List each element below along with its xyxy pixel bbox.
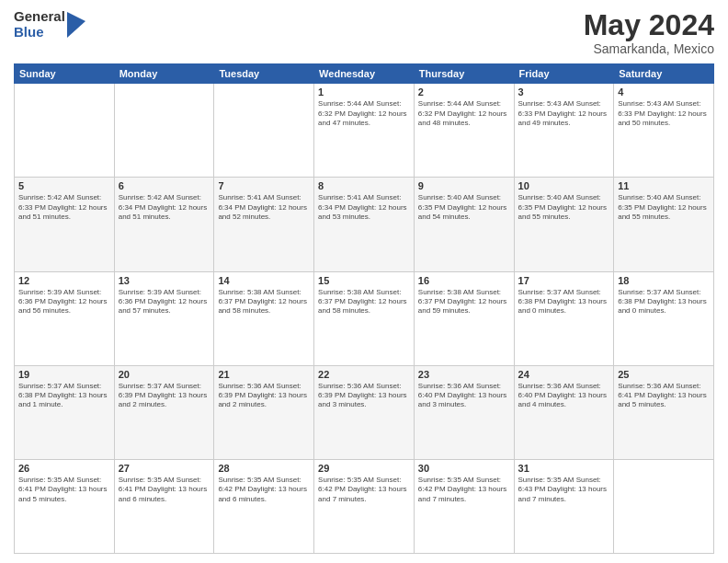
calendar-cell: 18Sunrise: 5:37 AM Sunset: 6:38 PM Dayli… [614,271,714,365]
day-info: Sunrise: 5:38 AM Sunset: 6:37 PM Dayligh… [318,288,410,316]
day-info: Sunrise: 5:36 AM Sunset: 6:41 PM Dayligh… [618,382,710,410]
day-number: 27 [119,463,210,474]
calendar-cell: 16Sunrise: 5:38 AM Sunset: 6:37 PM Dayli… [414,271,514,365]
day-number: 21 [218,369,310,380]
day-number: 11 [618,180,710,191]
calendar-cell: 13Sunrise: 5:39 AM Sunset: 6:36 PM Dayli… [114,271,214,365]
calendar-cell [114,84,214,178]
calendar-cell: 31Sunrise: 5:35 AM Sunset: 6:43 PM Dayli… [514,459,614,553]
day-number: 24 [518,369,610,380]
day-info: Sunrise: 5:37 AM Sunset: 6:38 PM Dayligh… [18,382,110,410]
day-info: Sunrise: 5:35 AM Sunset: 6:42 PM Dayligh… [418,476,510,504]
day-info: Sunrise: 5:37 AM Sunset: 6:39 PM Dayligh… [119,382,210,410]
calendar-cell: 7Sunrise: 5:41 AM Sunset: 6:34 PM Daylig… [214,178,314,271]
day-number: 16 [418,275,510,286]
header-monday: Monday [114,64,214,84]
day-number: 26 [18,463,110,474]
logo: General Blue [14,9,85,40]
page-header: General Blue May 2024 Samarkanda, Mexico [14,9,714,56]
calendar-week-row: 12Sunrise: 5:39 AM Sunset: 6:36 PM Dayli… [15,271,714,365]
calendar-cell [15,84,115,178]
calendar-cell: 17Sunrise: 5:37 AM Sunset: 6:38 PM Dayli… [514,271,614,365]
day-number: 23 [418,369,510,380]
calendar-week-row: 5Sunrise: 5:42 AM Sunset: 6:33 PM Daylig… [15,178,714,271]
calendar-cell: 5Sunrise: 5:42 AM Sunset: 6:33 PM Daylig… [15,178,115,271]
day-info: Sunrise: 5:40 AM Sunset: 6:35 PM Dayligh… [518,193,610,222]
day-info: Sunrise: 5:42 AM Sunset: 6:34 PM Dayligh… [119,193,210,222]
day-number: 15 [318,275,410,286]
calendar-cell: 30Sunrise: 5:35 AM Sunset: 6:42 PM Dayli… [414,459,514,553]
day-info: Sunrise: 5:35 AM Sunset: 6:43 PM Dayligh… [518,476,610,504]
header-sunday: Sunday [15,64,115,84]
calendar-week-row: 19Sunrise: 5:37 AM Sunset: 6:38 PM Dayli… [15,365,714,459]
day-number: 19 [18,369,110,380]
calendar-table: Sunday Monday Tuesday Wednesday Thursday… [14,63,714,554]
day-info: Sunrise: 5:36 AM Sunset: 6:40 PM Dayligh… [418,382,510,410]
day-info: Sunrise: 5:39 AM Sunset: 6:36 PM Dayligh… [119,288,210,316]
day-number: 31 [518,463,610,474]
day-number: 7 [218,180,310,191]
calendar-week-row: 1Sunrise: 5:44 AM Sunset: 6:32 PM Daylig… [15,84,714,178]
day-info: Sunrise: 5:40 AM Sunset: 6:35 PM Dayligh… [418,193,510,222]
subtitle: Samarkanda, Mexico [584,41,714,56]
day-number: 6 [119,180,210,191]
day-info: Sunrise: 5:38 AM Sunset: 6:37 PM Dayligh… [218,288,310,316]
logo-general: General [14,9,65,25]
day-info: Sunrise: 5:35 AM Sunset: 6:42 PM Dayligh… [218,476,310,504]
day-info: Sunrise: 5:37 AM Sunset: 6:38 PM Dayligh… [518,288,610,316]
day-number: 30 [418,463,510,474]
calendar-cell: 28Sunrise: 5:35 AM Sunset: 6:42 PM Dayli… [214,459,314,553]
header-saturday: Saturday [614,64,714,84]
calendar-cell: 26Sunrise: 5:35 AM Sunset: 6:41 PM Dayli… [15,459,115,553]
calendar-cell: 22Sunrise: 5:36 AM Sunset: 6:39 PM Dayli… [314,365,415,459]
header-thursday: Thursday [414,64,514,84]
calendar-cell: 21Sunrise: 5:36 AM Sunset: 6:39 PM Dayli… [214,365,314,459]
title-block: May 2024 Samarkanda, Mexico [584,9,714,56]
logo-text: General Blue [14,9,65,40]
day-info: Sunrise: 5:43 AM Sunset: 6:33 PM Dayligh… [518,99,610,128]
day-number: 9 [418,180,510,191]
month-title: May 2024 [584,9,714,41]
day-number: 2 [418,86,510,98]
calendar-cell: 3Sunrise: 5:43 AM Sunset: 6:33 PM Daylig… [514,84,614,178]
day-number: 5 [18,180,110,191]
day-info: Sunrise: 5:37 AM Sunset: 6:38 PM Dayligh… [618,288,710,316]
calendar-cell: 2Sunrise: 5:44 AM Sunset: 6:32 PM Daylig… [414,84,514,178]
day-number: 14 [218,275,310,286]
calendar-cell: 10Sunrise: 5:40 AM Sunset: 6:35 PM Dayli… [514,178,614,271]
calendar-cell: 25Sunrise: 5:36 AM Sunset: 6:41 PM Dayli… [614,365,714,459]
calendar-cell: 27Sunrise: 5:35 AM Sunset: 6:41 PM Dayli… [114,459,214,553]
header-row: Sunday Monday Tuesday Wednesday Thursday… [15,64,714,84]
day-number: 20 [119,369,210,380]
day-number: 3 [518,86,610,98]
calendar-cell: 14Sunrise: 5:38 AM Sunset: 6:37 PM Dayli… [214,271,314,365]
calendar-cell: 4Sunrise: 5:43 AM Sunset: 6:33 PM Daylig… [614,84,714,178]
day-number: 28 [218,463,310,474]
calendar-cell: 6Sunrise: 5:42 AM Sunset: 6:34 PM Daylig… [114,178,214,271]
header-wednesday: Wednesday [314,64,415,84]
calendar-cell: 12Sunrise: 5:39 AM Sunset: 6:36 PM Dayli… [15,271,115,365]
calendar-cell: 11Sunrise: 5:40 AM Sunset: 6:35 PM Dayli… [614,178,714,271]
day-info: Sunrise: 5:41 AM Sunset: 6:34 PM Dayligh… [218,193,310,222]
day-number: 22 [318,369,410,380]
day-info: Sunrise: 5:43 AM Sunset: 6:33 PM Dayligh… [618,99,710,128]
day-info: Sunrise: 5:44 AM Sunset: 6:32 PM Dayligh… [318,99,410,128]
calendar-cell [214,84,314,178]
calendar-cell: 20Sunrise: 5:37 AM Sunset: 6:39 PM Dayli… [114,365,214,459]
day-info: Sunrise: 5:42 AM Sunset: 6:33 PM Dayligh… [18,193,110,222]
day-number: 10 [518,180,610,191]
day-number: 1 [318,86,410,98]
day-info: Sunrise: 5:44 AM Sunset: 6:32 PM Dayligh… [418,99,510,128]
logo-icon [67,12,85,38]
calendar-cell: 29Sunrise: 5:35 AM Sunset: 6:42 PM Dayli… [314,459,415,553]
day-info: Sunrise: 5:39 AM Sunset: 6:36 PM Dayligh… [18,288,110,316]
calendar-cell: 1Sunrise: 5:44 AM Sunset: 6:32 PM Daylig… [314,84,415,178]
day-number: 8 [318,180,410,191]
day-info: Sunrise: 5:36 AM Sunset: 6:39 PM Dayligh… [218,382,310,410]
day-info: Sunrise: 5:36 AM Sunset: 6:40 PM Dayligh… [518,382,610,410]
header-friday: Friday [514,64,614,84]
day-number: 17 [518,275,610,286]
calendar-cell [614,459,714,553]
calendar-cell: 9Sunrise: 5:40 AM Sunset: 6:35 PM Daylig… [414,178,514,271]
calendar-week-row: 26Sunrise: 5:35 AM Sunset: 6:41 PM Dayli… [15,459,714,553]
